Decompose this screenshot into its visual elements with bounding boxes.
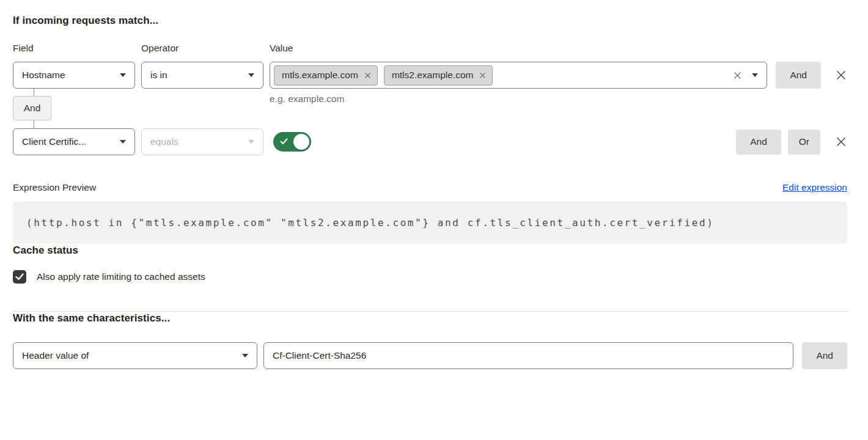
- chevron-down-icon: [120, 73, 126, 77]
- chevron-down-icon: [752, 73, 758, 77]
- cached-assets-row: Also apply rate limiting to cached asset…: [13, 270, 847, 284]
- field-select[interactable]: Hostname: [13, 62, 135, 89]
- connector-and-button[interactable]: And: [13, 96, 51, 120]
- and-button[interactable]: And: [736, 130, 781, 155]
- characteristics-title: With the same characteristics...: [13, 312, 847, 324]
- and-button[interactable]: And: [802, 342, 847, 369]
- edit-expression-link[interactable]: Edit expression: [782, 182, 847, 193]
- value-multiselect-input[interactable]: mtls.example.com mtls2.example.com: [270, 62, 767, 89]
- operator-column-label: Operator: [141, 43, 263, 54]
- cached-assets-label: Also apply rate limiting to cached asset…: [37, 271, 205, 282]
- column-labels-row: Field Operator Value: [13, 43, 847, 54]
- characteristic-select-value: Header value of: [22, 350, 242, 361]
- toggle-knob: [293, 134, 309, 150]
- clear-values-icon[interactable]: [733, 71, 742, 80]
- value-tag: mtls2.example.com: [384, 65, 493, 86]
- cached-assets-checkbox[interactable]: [13, 270, 26, 284]
- chevron-down-icon: [120, 140, 126, 144]
- expression-preview-label: Expression Preview: [13, 182, 96, 193]
- rate-limit-rule-builder: If incoming requests match... Field Oper…: [0, 0, 868, 385]
- field-select[interactable]: Client Certific...: [13, 128, 135, 155]
- value-tag-text: mtls.example.com: [282, 70, 358, 81]
- condition-row-client-certificate: Client Certific... equals And Or: [13, 128, 847, 155]
- expression-preview-header: Expression Preview Edit expression: [13, 182, 847, 193]
- operator-select[interactable]: is in: [141, 62, 263, 89]
- field-select-value: Hostname: [22, 70, 120, 81]
- operator-select-value: is in: [150, 70, 248, 81]
- value-tag-text: mtls2.example.com: [392, 70, 474, 81]
- field-column-label: Field: [13, 43, 135, 54]
- field-select-value: Client Certific...: [22, 136, 120, 147]
- and-button[interactable]: And: [776, 62, 821, 89]
- match-section-title: If incoming requests match...: [13, 14, 847, 27]
- remove-tag-icon[interactable]: [479, 72, 486, 79]
- expression-code: (http.host in {"mtls.example.com" "mtls2…: [26, 217, 714, 229]
- row-actions: And Or: [736, 130, 847, 155]
- value-helper-text: e.g. example.com: [270, 94, 344, 105]
- or-button[interactable]: Or: [788, 130, 820, 155]
- connector-area: And e.g. example.com: [13, 89, 847, 128]
- remove-tag-icon[interactable]: [364, 72, 371, 79]
- value-column-label: Value: [270, 43, 293, 54]
- delete-condition-icon[interactable]: [835, 136, 847, 148]
- check-icon: [280, 138, 288, 145]
- value-tag: mtls.example.com: [274, 65, 378, 86]
- chevron-down-icon: [248, 73, 254, 77]
- cert-verified-toggle[interactable]: [273, 132, 311, 152]
- characteristic-select[interactable]: Header value of: [13, 342, 257, 369]
- chevron-down-icon: [248, 140, 254, 144]
- cache-status-title: Cache status: [13, 244, 847, 257]
- operator-select-disabled: equals: [141, 128, 263, 155]
- characteristics-row: Header value of And: [13, 342, 847, 369]
- delete-condition-icon[interactable]: [835, 69, 847, 81]
- check-icon: [15, 273, 24, 280]
- condition-row-hostname: Hostname is in mtls.example.com mtls2.ex…: [13, 62, 847, 89]
- chevron-down-icon: [242, 354, 248, 358]
- operator-select-value: equals: [150, 136, 248, 147]
- expression-preview-block: (http.host in {"mtls.example.com" "mtls2…: [13, 202, 847, 244]
- header-name-input[interactable]: [263, 342, 793, 369]
